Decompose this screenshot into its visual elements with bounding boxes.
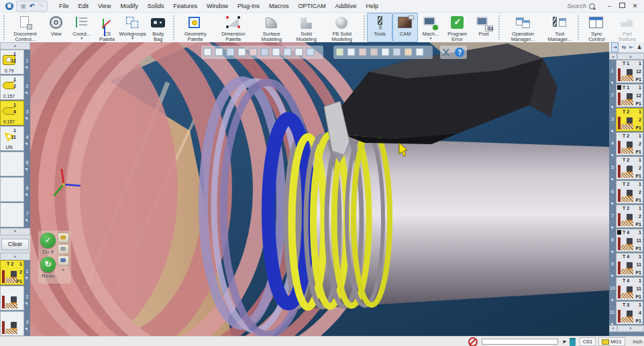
ops-scroll-down-small-button[interactable]: [609, 325, 617, 332]
mg-indicator-button[interactable]: MG1: [598, 337, 625, 346]
tool-tile-body[interactable]: 1 4 0.157: [0, 101, 24, 125]
menu-item[interactable]: Features: [168, 0, 202, 12]
menu-item[interactable]: Plug-Ins: [233, 0, 264, 12]
undo-icon[interactable]: [28, 2, 36, 11]
operation-row[interactable]: 9 T 4 1 11 P1: [609, 253, 644, 276]
operation-row[interactable]: 10 T 4 1 11 P1: [609, 277, 644, 300]
operator-icon[interactable]: [637, 43, 641, 52]
process-tile[interactable]: 2: [0, 286, 30, 311]
sync-left-icon[interactable]: [629, 43, 634, 52]
operation-row[interactable]: 7 T 2 1 2 P1: [609, 205, 644, 228]
view-toolbar[interactable]: ?: [201, 46, 467, 59]
menu-item[interactable]: Solids: [143, 0, 169, 12]
process-tile-body[interactable]: [0, 311, 24, 336]
operation-tile[interactable]: T 4 1 11 P1: [616, 253, 643, 276]
tool-tile-body[interactable]: [0, 152, 24, 176]
menu-item[interactable]: Macros: [264, 0, 294, 12]
tool-tile-body[interactable]: 1 11 UN: [0, 126, 24, 151]
group-handle-icon[interactable]: [498, 15, 501, 40]
mini-expand-icon[interactable]: ▸: [62, 267, 64, 272]
operation-row[interactable]: 8 T 4 1 11 P1: [609, 229, 644, 252]
mini-hand-button-2[interactable]: [58, 244, 69, 254]
tool-tile[interactable]: 1 4 0.157 3: [0, 101, 30, 126]
ribbon-button[interactable]: Tool Manager...: [544, 13, 576, 42]
tool-tile[interactable]: 5: [0, 152, 30, 177]
operation-tile[interactable]: T 3 1 4 P1: [616, 301, 643, 325]
ribbon-button[interactable]: Geometry Palette: [176, 13, 214, 42]
operation-row[interactable]: 5 T 2 1 2 P1: [609, 156, 644, 180]
ribbon-button[interactable]: Part Stations: [612, 13, 643, 42]
tool-scroll-up-button[interactable]: [0, 42, 30, 50]
operation-tile[interactable]: T 4 1 11 P1: [616, 277, 643, 300]
ribbon-button[interactable]: CS Palette: [95, 13, 120, 42]
ribbon-button[interactable]: Dimension Palette: [214, 13, 253, 42]
restore-button[interactable]: [616, 0, 629, 12]
operation-row[interactable]: 1 T 1 1 12 P1: [609, 60, 644, 83]
operation-tile[interactable]: T 1 1 12 P1: [616, 60, 643, 83]
ribbon-button[interactable]: Mach...: [418, 13, 443, 42]
operation-row[interactable]: 6 T 2 1 2 P1: [609, 180, 644, 204]
tool-tile[interactable]: 1 2 0.157 2: [0, 75, 30, 101]
close-button[interactable]: ✕: [629, 0, 641, 12]
viewport-3d-scene[interactable]: ?: [30, 42, 609, 336]
tool-tile-body[interactable]: [0, 203, 24, 227]
ops-scroll-down-button[interactable]: [617, 325, 644, 332]
do-it-button[interactable]: [40, 233, 56, 248]
menu-item[interactable]: Modify: [115, 0, 143, 12]
ribbon-button[interactable]: Operation Manager...: [502, 13, 544, 42]
operation-row[interactable]: 11 T 3 1 4 P1: [609, 301, 644, 325]
process-tile-body[interactable]: [0, 286, 24, 310]
menu-item[interactable]: Window: [202, 0, 233, 12]
ribbon-button[interactable]: Workgroups: [120, 13, 146, 42]
operation-tile[interactable]: T 2 1 2 P1: [616, 156, 643, 180]
tool-tile[interactable]: 7: [0, 203, 30, 228]
tool-tile[interactable]: 1 12 0.79 1: [0, 50, 30, 75]
redo-icon[interactable]: [36, 2, 45, 11]
operation-tile[interactable]: T 4 1 11 P1: [616, 229, 643, 252]
save-icon[interactable]: [19, 2, 28, 11]
ops-scroll-up-button[interactable]: [617, 53, 644, 60]
operation-tile[interactable]: T 2 1 2 P1: [616, 205, 643, 228]
ribbon-button[interactable]: Tools: [367, 13, 392, 42]
operation-tile[interactable]: T 1 1 12 P1: [616, 84, 643, 107]
tool-tile-body[interactable]: 1 12 0.79: [0, 50, 24, 74]
process-tile[interactable]: T 2 1 2 P1 1: [0, 260, 30, 286]
ribbon-button[interactable]: G1 Post: [471, 13, 496, 42]
operation-row[interactable]: 2 T 1 1 12 P1: [609, 84, 644, 107]
group-handle-icon[interactable]: [3, 15, 6, 40]
operation-tile[interactable]: T 2 1 2 P1: [616, 180, 643, 204]
menu-item[interactable]: Additive: [331, 0, 362, 12]
menu-item[interactable]: View: [93, 0, 115, 12]
ribbon-button[interactable]: Surface Modeling: [253, 13, 290, 42]
operation-row[interactable]: 3 T 2 1 2 P1: [609, 108, 644, 131]
minimize-button[interactable]: –: [603, 0, 616, 12]
redo-process-button[interactable]: [40, 257, 56, 272]
ribbon-button[interactable]: Document Control...: [7, 13, 44, 42]
ribbon-button[interactable]: Coord...: [69, 13, 95, 42]
operation-tile[interactable]: T 2 1 2 P1: [616, 108, 643, 131]
mini-hand-button-1[interactable]: [58, 233, 69, 243]
ribbon-button[interactable]: Program Error Checker: [443, 13, 471, 42]
group-handle-icon[interactable]: [172, 15, 176, 40]
sync-mode-icon[interactable]: [611, 42, 619, 52]
tool-tile[interactable]: 1 11 UN 4: [0, 126, 30, 152]
process-tile[interactable]: 3: [0, 311, 30, 337]
viewport[interactable]: ?: [30, 42, 609, 336]
operation-row[interactable]: 4 T 2 1 2 P1: [609, 132, 644, 156]
cs-indicator-button[interactable]: CS1: [580, 337, 596, 346]
operation-tile[interactable]: T 2 1 2 P1: [616, 132, 643, 156]
pin-icon[interactable]: [561, 338, 568, 345]
sync-swap-icon[interactable]: [622, 43, 627, 52]
ribbon-button[interactable]: Solid Modeling: [290, 13, 323, 42]
ribbon-button[interactable]: View: [44, 13, 69, 42]
clear-button[interactable]: Clear: [1, 239, 29, 250]
search-control[interactable]: Search: [567, 3, 595, 9]
mini-hand-button-3[interactable]: [58, 255, 69, 266]
tool-tile[interactable]: 6: [0, 177, 30, 203]
ribbon-button[interactable]: FB Solid Modeling: [323, 13, 362, 42]
group-handle-icon[interactable]: [363, 15, 366, 40]
menu-item[interactable]: OPTICAM: [294, 0, 331, 12]
workpiece[interactable]: [268, 119, 609, 309]
process-scroll-up-button[interactable]: [0, 253, 30, 260]
ops-scroll-up-small-button[interactable]: [609, 53, 617, 60]
